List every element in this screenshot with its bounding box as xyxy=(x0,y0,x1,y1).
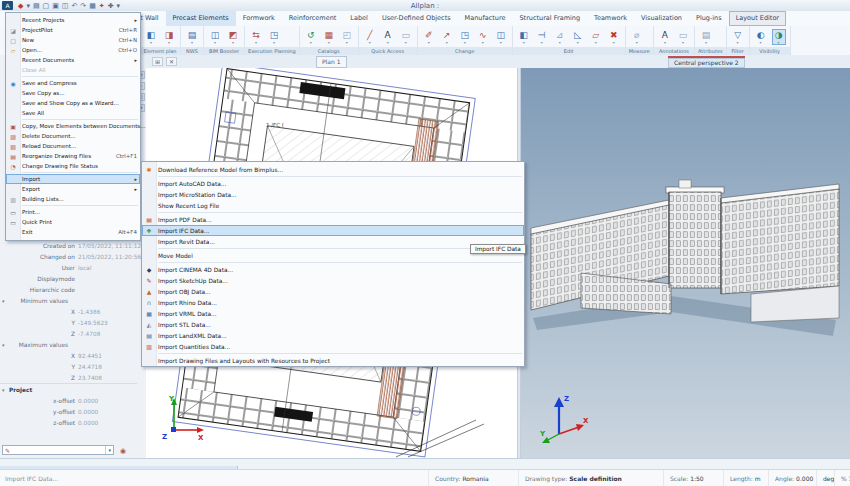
frame-tool-icon[interactable]: ▭▾ xyxy=(399,29,413,45)
visibility-icon[interactable]: ◐▾ xyxy=(754,29,768,45)
perspective-viewport[interactable]: Z X Y xyxy=(521,68,850,458)
ribbon-tab-formwork[interactable]: Formwork xyxy=(236,11,282,26)
ribbon-tab-manufacture[interactable]: Manufacture xyxy=(458,11,513,26)
menu-item-import-autocad-data[interactable]: Import AutoCAD Data... xyxy=(142,178,524,189)
viewport-tab-plan[interactable]: Plan 1 xyxy=(316,56,347,68)
menu-item-import-landxml-data[interactable]: ▤Import LandXML Data... xyxy=(142,330,524,341)
allplan-logo-icon[interactable]: ◆ xyxy=(18,1,23,11)
delete-icon[interactable]: ✖▾ xyxy=(607,29,621,45)
menu-item-import-drawing-files-and-layouts-with-resources-to-project[interactable]: Import Drawing Files and Layouts with Re… xyxy=(142,355,524,366)
section-collapse-icon[interactable]: ▾ xyxy=(0,342,9,348)
new-file-icon[interactable]: ▢ xyxy=(43,1,50,11)
ribbon-tab-visualization[interactable]: Visualization xyxy=(634,11,689,26)
note-icon[interactable]: ▭▾ xyxy=(676,29,690,45)
ribbon-tab-reinforcement[interactable]: Reinforcement xyxy=(282,11,344,26)
ribbon-tab-teamwork[interactable]: Teamwork xyxy=(587,11,634,26)
nws-icon[interactable]: ▤▾ xyxy=(185,29,199,45)
menu-item-save-all[interactable]: Save All xyxy=(6,108,140,118)
ribbon-tab-structural-framing[interactable]: Structural Framing xyxy=(512,11,587,26)
library-icon[interactable]: ◰▾ xyxy=(340,29,354,45)
menu-item-copy-move-elements-between-documents[interactable]: ▣Copy, Move Elements between Documents..… xyxy=(6,121,140,131)
swap-icon[interactable]: ◫▾ xyxy=(494,29,508,45)
element-plan-edit-icon[interactable]: ◨▾ xyxy=(162,29,176,45)
section-collapse-icon[interactable]: ▾ xyxy=(0,387,9,393)
menu-item-recent-documents[interactable]: Recent Documents▸ xyxy=(6,55,140,65)
menu-item-import-pdf-data[interactable]: ▤Import PDF Data... xyxy=(142,214,524,225)
edit-pen-icon[interactable]: ✐▾ xyxy=(422,29,436,45)
menu-item-exit[interactable]: ExitAlt+F4 xyxy=(6,227,140,237)
catalog-icon[interactable]: ▦▾ xyxy=(322,29,336,45)
measure-icon[interactable]: ⌀▾ xyxy=(630,29,644,45)
menu-item-projectpilot[interactable]: ◪ProjectPilotCtrl+R xyxy=(6,25,140,35)
menu-item-import-sketchup-data[interactable]: ✎Import SketchUp Data... xyxy=(142,275,524,286)
combo-dropdown-icon[interactable]: ▾ xyxy=(105,446,113,454)
menu-item-print[interactable]: ▭Print... xyxy=(6,207,140,217)
trim-icon[interactable]: ⊿▾ xyxy=(553,29,567,45)
menu-item-save-copy-as[interactable]: Save Copy as... xyxy=(6,88,140,98)
save-icon[interactable]: ▣ xyxy=(52,1,59,11)
property-section-maximum-values[interactable]: ▾Maximum values xyxy=(0,339,137,350)
attributes-icon[interactable]: ▤▾ xyxy=(699,29,713,45)
chamfer-icon[interactable]: ◺▾ xyxy=(571,29,585,45)
palette-match-icon[interactable]: ◉ xyxy=(120,446,126,456)
line-tool-icon[interactable]: ╱▾ xyxy=(363,29,377,45)
ribbon-tab-plug-ins[interactable]: Plug-ins xyxy=(689,11,729,26)
bim-booster-icon[interactable]: ◫▾ xyxy=(208,29,222,45)
menu-item-import-ifc-data[interactable]: ❖Import IFC Data... xyxy=(142,225,524,236)
menu-dropdown-icon[interactable]: ▾ xyxy=(26,1,30,11)
bim-booster-sync-icon[interactable]: ◩▾ xyxy=(226,29,240,45)
menu-item-recent-projects[interactable]: Recent Projects▸ xyxy=(6,15,140,25)
planning-icon[interactable]: ◳▾ xyxy=(267,29,281,45)
menu-item-building-lists[interactable]: ▥Building Lists... xyxy=(6,194,140,204)
menu-item-import-revit-data[interactable]: Import Revit Data... xyxy=(142,236,524,247)
abc-label-icon[interactable]: A▾ xyxy=(658,29,672,45)
filter-icon[interactable]: ▽▾ xyxy=(731,29,745,45)
redo-icon[interactable]: ↷ xyxy=(80,1,86,11)
rotate-icon[interactable]: ↺▾ xyxy=(304,29,318,45)
viewport-tab-central-perspective[interactable]: Central perspective 2 xyxy=(668,56,745,68)
section-collapse-icon[interactable]: ▾ xyxy=(0,298,9,304)
menu-item-import-stl-data[interactable]: ◭Import STL Data... xyxy=(142,319,524,330)
copy-icon[interactable]: ◫ xyxy=(62,1,69,11)
ribbon-tab-label[interactable]: Label xyxy=(343,11,375,26)
menu-item-reorganize-drawing-files[interactable]: ▤Reorganize Drawing FilesCtrl+F1 xyxy=(6,151,140,161)
wizard-icon[interactable]: ✦ xyxy=(99,1,105,11)
menu-item-import-cinema-4d-data[interactable]: ◆Import CINEMA 4D Data... xyxy=(142,264,524,275)
menu-item-move-model[interactable]: Move Model xyxy=(142,250,524,261)
element-plan-icon[interactable]: ◧▾ xyxy=(144,29,158,45)
stretch-icon[interactable]: ▱▾ xyxy=(589,29,603,45)
more-dropdown-icon[interactable]: ▾ xyxy=(117,1,121,11)
menu-item-import[interactable]: Import▸ xyxy=(6,174,140,184)
copy-element-icon[interactable]: ◧▾ xyxy=(517,29,531,45)
wave-edit-icon[interactable]: ∿▾ xyxy=(476,29,490,45)
property-section-minimum-values[interactable]: ▾Minimum values xyxy=(0,295,137,306)
property-section-project[interactable]: ▾Project xyxy=(0,383,137,395)
visibility-active-icon[interactable]: ◑▾ xyxy=(772,29,786,45)
ribbon-tab-user-defined-objects[interactable]: User-Defined Objects xyxy=(375,11,458,26)
menu-item-import-microstation-data[interactable]: Import MicroStation Data... xyxy=(142,189,524,200)
menu-item-download-reference-model-from-bimplus[interactable]: ✱Download Reference Model from Bimplus..… xyxy=(142,164,524,175)
menu-item-change-drawing-file-status[interactable]: ◔Change Drawing File Status xyxy=(6,161,140,171)
tools-icon[interactable]: ✚ xyxy=(108,1,114,11)
ribbon-tab-precast-elements[interactable]: Precast Elements xyxy=(166,11,236,26)
viewport-close-icon[interactable]: ✕ xyxy=(166,57,177,66)
ribbon-tab-layout-editor[interactable]: Layout Editor xyxy=(729,11,786,26)
move-up-icon[interactable]: ↗▾ xyxy=(440,29,454,45)
undo-icon[interactable]: ↶ xyxy=(71,1,77,11)
views-icon[interactable]: ▦ xyxy=(89,1,96,11)
menu-item-delete-document[interactable]: ▨Delete Document... xyxy=(6,131,140,141)
menu-item-reload-document[interactable]: ▧Reload Document... xyxy=(6,141,140,151)
menu-item-save-and-show-copy-as-a-wizard[interactable]: Save and Show Copy as a Wizard... xyxy=(6,98,140,108)
menu-item-import-rhino-data[interactable]: ∩Import Rhino Data... xyxy=(142,297,524,308)
menu-item-quick-print[interactable]: ▭Quick Print xyxy=(6,217,140,227)
align-icon[interactable]: ⊣▾ xyxy=(535,29,549,45)
transfer-icon[interactable]: ⇆▾ xyxy=(249,29,263,45)
modify-icon[interactable]: ◳▾ xyxy=(458,29,472,45)
text-tool-icon[interactable]: A▾ xyxy=(381,29,395,45)
menu-item-import-quantities-data[interactable]: ▥Import Quantities Data... xyxy=(142,341,524,352)
menu-item-import-obj-data[interactable]: ▲Import OBJ Data... xyxy=(142,286,524,297)
palette-combobox[interactable]: ✎ ▾ xyxy=(2,445,114,455)
menu-item-export[interactable]: Export▸ xyxy=(6,184,140,194)
menu-item-show-recent-log-file[interactable]: Show Recent Log File xyxy=(142,200,524,211)
menu-item-open[interactable]: ▱Open...Ctrl+O xyxy=(6,45,140,55)
